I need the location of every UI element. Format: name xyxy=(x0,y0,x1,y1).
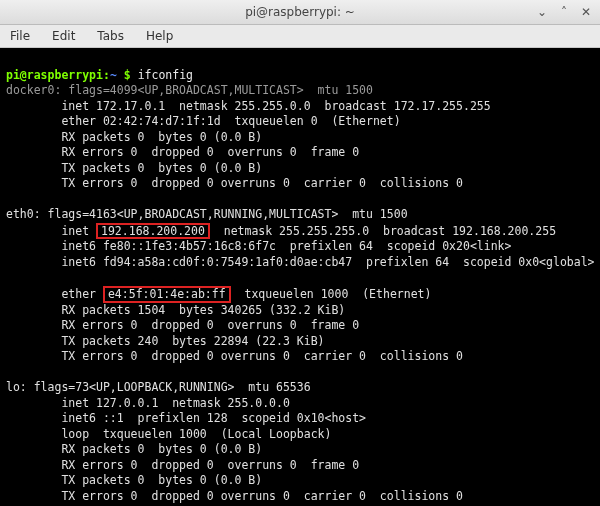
eth0-ether-pre: ether xyxy=(6,287,103,301)
menu-edit[interactable]: Edit xyxy=(48,27,79,45)
docker0-line: RX errors 0 dropped 0 overruns 0 frame 0 xyxy=(6,145,359,159)
menu-tabs[interactable]: Tabs xyxy=(93,27,128,45)
lo-line: inet 127.0.0.1 netmask 255.0.0.0 xyxy=(6,396,290,410)
docker0-line: inet 172.17.0.1 netmask 255.255.0.0 broa… xyxy=(6,99,491,113)
prompt-path: ~ xyxy=(110,68,117,82)
maximize-icon[interactable]: ˄ xyxy=(556,6,572,18)
eth0-line: TX errors 0 dropped 0 overruns 0 carrier… xyxy=(6,349,463,363)
prompt-user: pi@raspberrypi xyxy=(6,68,103,82)
menu-help[interactable]: Help xyxy=(142,27,177,45)
eth0-inet-pre: inet xyxy=(6,224,96,238)
window-title: pi@raspberrypi: ~ xyxy=(245,5,355,19)
lo-line: inet6 ::1 prefixlen 128 scopeid 0x10<hos… xyxy=(6,411,366,425)
command-text: ifconfig xyxy=(138,68,193,82)
eth0-line: TX packets 240 bytes 22894 (22.3 KiB) xyxy=(6,334,325,348)
docker0-line: RX packets 0 bytes 0 (0.0 B) xyxy=(6,130,262,144)
close-icon[interactable]: ✕ xyxy=(578,6,594,18)
highlighted-ip: 192.168.200.200 xyxy=(96,223,210,240)
menu-file[interactable]: File xyxy=(6,27,34,45)
lo-line: RX errors 0 dropped 0 overruns 0 frame 0 xyxy=(6,458,359,472)
terminal-output[interactable]: pi@raspberrypi:~ $ ifconfig docker0: fla… xyxy=(0,48,600,506)
eth0-line: inet6 fe80::1fe3:4b57:16c8:6f7c prefixle… xyxy=(6,239,511,253)
lo-header: lo: flags=73<UP,LOOPBACK,RUNNING> mtu 65… xyxy=(6,380,311,394)
menubar: File Edit Tabs Help xyxy=(0,25,600,48)
lo-line: loop txqueuelen 1000 (Local Loopback) xyxy=(6,427,331,441)
eth0-line: inet6 fd94:a58a:cd0f:0:7549:1af0:d0ae:cb… xyxy=(6,255,595,269)
docker0-line: ether 02:42:74:d7:1f:1d txqueuelen 0 (Et… xyxy=(6,114,401,128)
docker0-header: docker0: flags=4099<UP,BROADCAST,MULTICA… xyxy=(6,83,373,97)
terminal-window: pi@raspberrypi: ~ ⌄ ˄ ✕ File Edit Tabs H… xyxy=(0,0,600,506)
eth0-ether-post: txqueuelen 1000 (Ethernet) xyxy=(231,287,432,301)
docker0-line: TX errors 0 dropped 0 overruns 0 carrier… xyxy=(6,176,463,190)
window-controls: ⌄ ˄ ✕ xyxy=(534,0,594,24)
titlebar[interactable]: pi@raspberrypi: ~ ⌄ ˄ ✕ xyxy=(0,0,600,25)
lo-line: TX errors 0 dropped 0 overruns 0 carrier… xyxy=(6,489,463,503)
minimize-icon[interactable]: ⌄ xyxy=(534,6,550,18)
highlighted-mac: e4:5f:01:4e:ab:ff xyxy=(103,286,231,303)
eth0-header: eth0: flags=4163<UP,BROADCAST,RUNNING,MU… xyxy=(6,207,408,221)
eth0-inet-post: netmask 255.255.255.0 broadcast 192.168.… xyxy=(210,224,556,238)
lo-line: TX packets 0 bytes 0 (0.0 B) xyxy=(6,473,262,487)
lo-line: RX packets 0 bytes 0 (0.0 B) xyxy=(6,442,262,456)
docker0-line: TX packets 0 bytes 0 (0.0 B) xyxy=(6,161,262,175)
eth0-line: RX errors 0 dropped 0 overruns 0 frame 0 xyxy=(6,318,359,332)
eth0-line: RX packets 1504 bytes 340265 (332.2 KiB) xyxy=(6,303,345,317)
